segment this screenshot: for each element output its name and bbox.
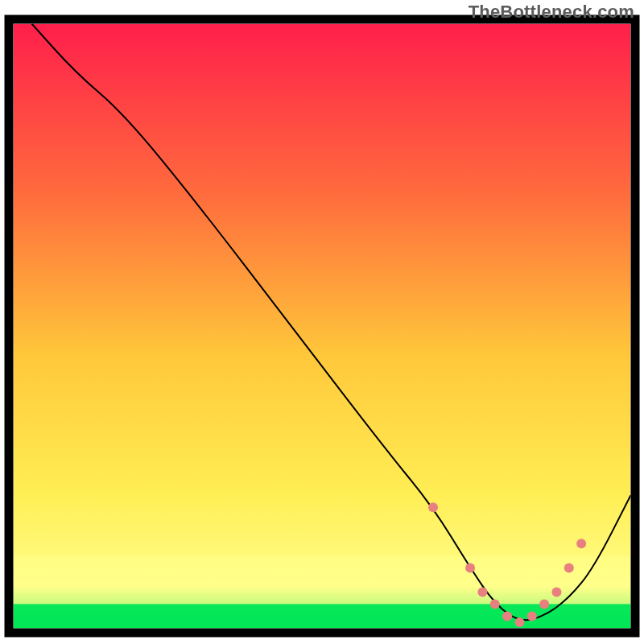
valley-marker bbox=[527, 611, 537, 621]
watermark-text: TheBottleneck.com bbox=[469, 2, 634, 23]
yellow-cap-band bbox=[14, 555, 631, 604]
valley-marker bbox=[564, 563, 574, 572]
valley-marker bbox=[477, 587, 487, 597]
valley-marker bbox=[539, 599, 549, 609]
chart-container: TheBottleneck.com bbox=[0, 0, 644, 644]
valley-marker bbox=[502, 611, 512, 621]
green-band bbox=[14, 604, 631, 628]
valley-marker bbox=[551, 587, 561, 597]
valley-marker bbox=[490, 599, 500, 609]
valley-marker bbox=[428, 502, 438, 512]
gradient-background bbox=[14, 24, 631, 629]
valley-marker bbox=[465, 563, 475, 572]
plot-area bbox=[14, 24, 631, 629]
bottleneck-chart bbox=[0, 0, 644, 644]
valley-marker bbox=[576, 539, 586, 548]
valley-marker bbox=[514, 617, 524, 627]
